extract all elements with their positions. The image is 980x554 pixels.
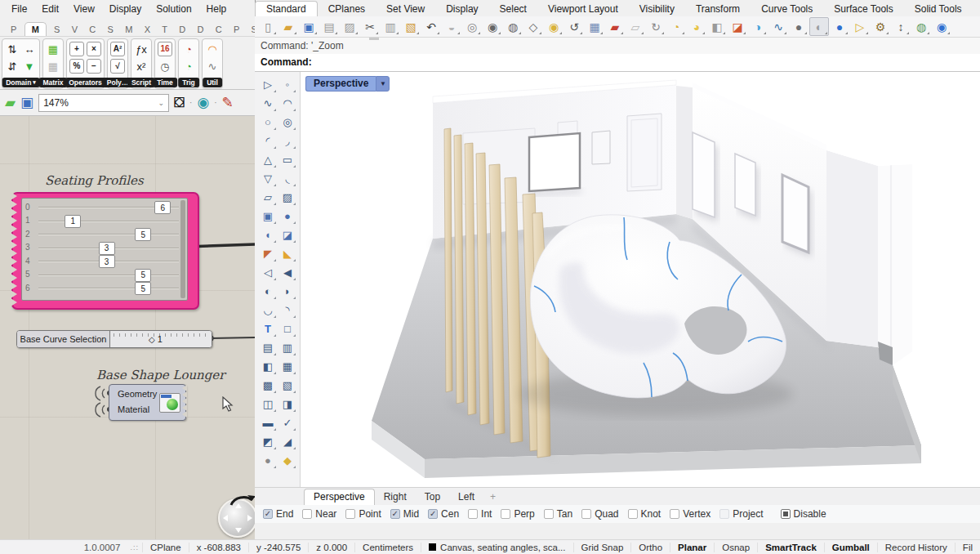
slider-track[interactable]: 3: [38, 255, 179, 266]
component-tab[interactable]: P: [7, 23, 20, 36]
status-toggle[interactable]: Record History: [877, 543, 955, 552]
component-tab[interactable]: P: [229, 23, 243, 36]
undo-icon[interactable]: ↶: [421, 17, 441, 36]
preview-eye-icon[interactable]: ◉: [197, 96, 209, 109]
addition-icon[interactable]: +: [69, 41, 85, 57]
toolbar-tab[interactable]: SubD Tools: [973, 2, 980, 16]
hide-objects-icon[interactable]: ▱: [626, 17, 645, 36]
options-gear-icon[interactable]: ⚙: [871, 17, 890, 36]
division-icon[interactable]: %: [69, 58, 85, 74]
named-views-icon[interactable]: ▰: [605, 17, 625, 36]
toolbar-tab[interactable]: Surface Tools: [823, 2, 904, 16]
perspective-viewport[interactable]: Perspective ▼: [301, 72, 980, 487]
zoom-dynamic-icon[interactable]: ◍: [503, 17, 523, 36]
osnap-toggle[interactable]: ✓ Vertex: [670, 508, 710, 520]
component-tab[interactable]: D: [194, 23, 208, 36]
checkbox[interactable]: ✓: [719, 509, 729, 519]
text-icon[interactable]: T: [258, 319, 278, 338]
min-max-icon[interactable]: ↔: [21, 41, 38, 57]
checkbox[interactable]: ✓: [628, 509, 638, 519]
component-tab[interactable]: M: [24, 22, 47, 36]
toolbar-tab[interactable]: Display: [435, 2, 488, 16]
open-file-icon[interactable]: ▰: [278, 17, 298, 36]
command-area-grip[interactable]: [369, 38, 379, 40]
display-matrix-icon[interactable]: ▦: [45, 58, 61, 74]
deconstruct-domain-icon[interactable]: ⇵: [4, 58, 20, 74]
slider-track[interactable]: 5: [38, 228, 179, 239]
toolbar-tab[interactable]: Set View: [376, 2, 435, 16]
subtraction-icon[interactable]: −: [86, 58, 102, 74]
arc-3pt-icon[interactable]: ◞: [278, 132, 297, 150]
curve-icon[interactable]: ∿: [258, 94, 278, 113]
units-button[interactable]: Centimeters: [354, 543, 421, 552]
slider-handle[interactable]: 3: [99, 242, 115, 255]
fillet-icon[interactable]: ◝: [278, 301, 297, 319]
osnap-disable-toggle[interactable]: Disable: [781, 508, 826, 520]
grasshopper-canvas[interactable]: Seating Profiles 0 6: [0, 116, 255, 539]
solid-edit-icon[interactable]: ◧: [258, 357, 278, 376]
boolean-icon[interactable]: ◤: [258, 244, 278, 263]
freeform-curve-icon[interactable]: ◟: [278, 169, 297, 188]
new-file-icon[interactable]: ▯: [258, 17, 278, 36]
zoom-extents-icon[interactable]: ⛋: [174, 96, 185, 109]
canvas-navigation-ball[interactable]: [218, 498, 255, 538]
slider-track[interactable]: 6: [38, 201, 179, 212]
group-title[interactable]: Seating Profiles: [45, 173, 144, 188]
open-document-icon[interactable]: ▰: [5, 96, 16, 109]
status-toggle[interactable]: Fil: [955, 543, 980, 552]
circle-icon[interactable]: ○: [258, 113, 278, 132]
seating-profiles-group[interactable]: 0 6 1 1 2: [11, 192, 199, 310]
slider-handle[interactable]: 6: [154, 201, 171, 214]
slider-handle[interactable]: 3: [99, 255, 115, 268]
point-icon[interactable]: ◦: [278, 75, 297, 94]
checkbox[interactable]: ✓: [468, 509, 478, 519]
sketch-pen-icon[interactable]: ✎: [222, 96, 234, 109]
palette-group-label[interactable]: Operators▾: [65, 78, 106, 87]
status-toggle[interactable]: SmartTrack: [757, 543, 824, 552]
toolbar-tab[interactable]: Solid Tools: [904, 2, 973, 16]
disable-checkbox[interactable]: [781, 509, 791, 519]
construct-matrix-icon[interactable]: ▦: [45, 41, 61, 57]
slider-handle[interactable]: 1: [65, 215, 81, 228]
status-toggle[interactable]: Ortho: [630, 543, 670, 552]
check-icon[interactable]: ✓: [278, 413, 297, 432]
material-pyramid-icon[interactable]: ◆: [278, 451, 297, 470]
checkbox[interactable]: ✓: [302, 509, 312, 519]
component-tab[interactable]: C: [85, 23, 100, 36]
import-icon[interactable]: ▨: [340, 17, 359, 36]
sweep-icon[interactable]: ◪: [278, 226, 297, 244]
checkbox[interactable]: ✓: [501, 509, 510, 519]
osnap-toggle[interactable]: ✓ End: [263, 508, 293, 520]
component-tab[interactable]: S: [50, 23, 64, 36]
layers-icon[interactable]: ◪: [728, 17, 747, 36]
base-curve-slider[interactable]: Base Curve Selection ◇ 1: [16, 330, 212, 348]
power-icon[interactable]: A²: [109, 41, 126, 57]
slider-track[interactable]: 5: [38, 282, 179, 293]
cut-icon[interactable]: ✂: [360, 17, 380, 36]
orbit-icon[interactable]: ↻: [646, 17, 666, 36]
mesh-icon[interactable]: ▦: [278, 357, 297, 376]
remap-numbers-icon[interactable]: ▼: [21, 58, 38, 74]
osnap-toggle[interactable]: ✓ Mid: [390, 508, 419, 520]
slider-handle[interactable]: 5: [135, 228, 151, 241]
rectangle-icon[interactable]: ▭: [278, 150, 297, 169]
menu-item[interactable]: Solution: [149, 2, 198, 16]
color-wheel-icon[interactable]: ◑: [748, 17, 768, 36]
menu-item[interactable]: Help: [200, 2, 234, 16]
status-toggle[interactable]: Osnap: [714, 543, 757, 552]
component-tab[interactable]: T: [158, 23, 172, 36]
slider-track[interactable]: ◇ 1: [110, 331, 212, 347]
spotlight-icon[interactable]: ◔: [666, 17, 686, 36]
menu-item[interactable]: File: [5, 2, 33, 16]
viewport-tab[interactable]: Left: [449, 489, 483, 505]
viewport-title-pill[interactable]: Perspective ▼: [305, 76, 390, 92]
palette-group-label[interactable]: Script▾: [127, 78, 155, 87]
status-toggle[interactable]: Grid Snap: [573, 543, 631, 552]
section-icon[interactable]: ◨: [278, 395, 297, 413]
shade-icon[interactable]: ◩: [258, 432, 278, 451]
active-layer-button[interactable]: Canvas, seating angles, sca...: [421, 543, 572, 552]
toolbar-tab[interactable]: Viewport Layout: [537, 2, 629, 16]
save-document-icon[interactable]: ▣: [20, 96, 33, 109]
shaded-sphere-icon[interactable]: ◐: [809, 17, 829, 36]
viewport-tab[interactable]: Perspective: [304, 489, 375, 505]
